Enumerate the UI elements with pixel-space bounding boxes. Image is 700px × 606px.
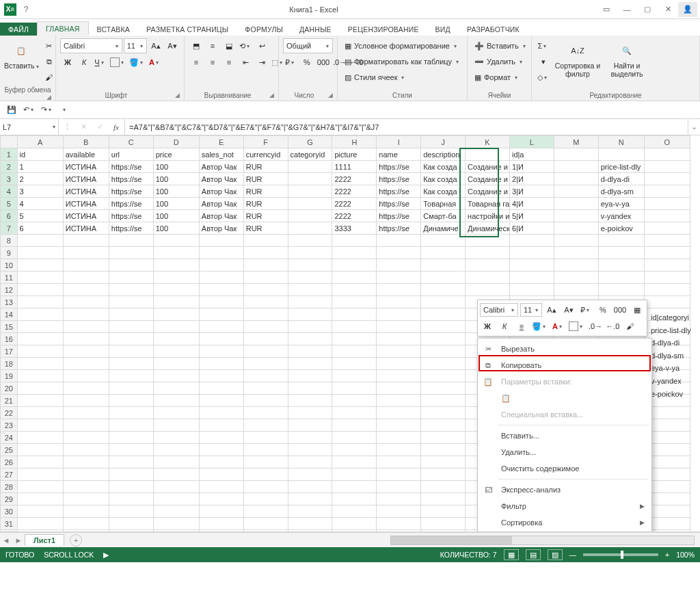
mini-fill-color-icon[interactable]: 🪣▾ [531,319,549,334]
cell[interactable] [288,198,332,210]
tab-home[interactable]: ГЛАВНАЯ [37,21,89,36]
cell[interactable]: 6 [17,222,63,235]
sheet-tab[interactable]: Лист1 [25,534,64,546]
row-header[interactable]: 25 [1,444,18,456]
increase-indent-icon[interactable]: ⇥ [254,55,269,70]
cell[interactable] [288,518,332,530]
cell[interactable] [109,419,153,432]
cell[interactable] [153,345,199,358]
cell[interactable] [377,382,421,395]
cell[interactable] [332,370,377,382]
cell[interactable]: currencyid [243,148,288,161]
cell[interactable] [17,469,63,481]
cell[interactable] [466,259,510,272]
cell[interactable] [288,321,332,333]
cell[interactable] [153,432,199,444]
status-macro-icon[interactable]: ▶ [103,551,109,559]
cell[interactable]: categoryid [288,148,332,161]
cell[interactable] [63,247,109,259]
cell[interactable] [109,259,153,272]
cell[interactable] [17,493,63,505]
cell[interactable]: 2222 [332,173,377,185]
cell[interactable] [554,259,598,272]
cell[interactable] [17,530,63,533]
mini-italic-icon[interactable]: К [497,319,512,334]
row-header[interactable]: 20 [1,382,18,395]
expand-formula-bar-icon[interactable]: ⌄ [688,119,700,135]
cell[interactable]: name [377,148,421,161]
sheet-nav-next-icon[interactable]: ► [12,536,25,544]
mini-decrease-font-icon[interactable]: A▾ [561,302,576,317]
cell[interactable]: 1 [17,161,63,173]
cell[interactable] [554,173,598,185]
cell[interactable] [153,235,199,247]
cell[interactable] [421,469,466,481]
cell[interactable]: description [421,148,466,161]
cell[interactable] [421,481,466,493]
cell[interactable] [63,395,109,407]
cell[interactable] [332,456,377,469]
tab-formulas[interactable]: ФОРМУЛЫ [237,23,291,36]
cell[interactable] [288,247,332,259]
cell[interactable] [332,432,377,444]
cell[interactable]: 3333 [332,222,377,235]
cell[interactable] [554,272,598,284]
cell[interactable] [332,308,377,321]
cell[interactable] [63,321,109,333]
cell[interactable] [153,444,199,456]
cell[interactable] [332,530,377,533]
row-header[interactable]: 5 [1,198,18,210]
cell[interactable] [243,259,288,272]
mini-percent-icon[interactable]: % [595,302,610,317]
cell[interactable] [332,505,377,518]
cell[interactable] [243,432,288,444]
cell[interactable] [421,358,466,370]
borders-icon[interactable]: ▾ [109,55,127,70]
cell[interactable] [109,444,153,456]
cell[interactable] [509,272,554,284]
cell[interactable] [421,419,466,432]
cell[interactable] [109,481,153,493]
cell[interactable] [332,345,377,358]
cell[interactable] [199,382,243,395]
cell[interactable] [153,518,199,530]
cell[interactable]: https://se [377,173,421,185]
cell[interactable] [288,469,332,481]
cell[interactable] [17,259,63,272]
cell[interactable] [644,259,690,272]
cell[interactable]: RUR [243,222,288,235]
cell[interactable] [243,333,288,345]
cell[interactable] [288,185,332,198]
qat-customize-icon[interactable]: ▾ [57,103,72,118]
cell[interactable] [332,333,377,345]
cell[interactable] [288,505,332,518]
cells-delete-button[interactable]: ➖ Удалить▾ [472,54,527,69]
cell[interactable] [199,333,243,345]
cell[interactable] [421,530,466,533]
cell[interactable] [243,321,288,333]
cell[interactable] [509,235,554,247]
cell[interactable] [17,432,63,444]
cell[interactable] [288,444,332,456]
cell[interactable]: e-poickov [598,222,644,235]
tab-data[interactable]: ДАННЫЕ [291,23,340,36]
cell[interactable] [199,296,243,308]
tab-page-layout[interactable]: РАЗМЕТКА СТРАНИЦЫ [138,23,237,36]
cell[interactable] [332,284,377,296]
cell[interactable] [109,505,153,518]
cell[interactable] [421,296,466,308]
cell[interactable]: 4|И [509,198,554,210]
row-header[interactable]: 9 [1,247,18,259]
cell[interactable] [466,272,510,284]
align-left-icon[interactable]: ≡ [189,55,204,70]
ctx-copy[interactable]: ⧉Копировать [478,357,651,373]
cell[interactable]: price [153,148,199,161]
row-header[interactable]: 6 [1,210,18,222]
col-header[interactable]: H [332,136,377,148]
cell[interactable] [243,518,288,530]
conditional-formatting-button[interactable]: ▦ Условное форматирование▾ [342,38,463,53]
cell[interactable] [377,259,421,272]
cell[interactable]: 100 [153,198,199,210]
cell[interactable] [288,382,332,395]
cell[interactable] [598,259,644,272]
